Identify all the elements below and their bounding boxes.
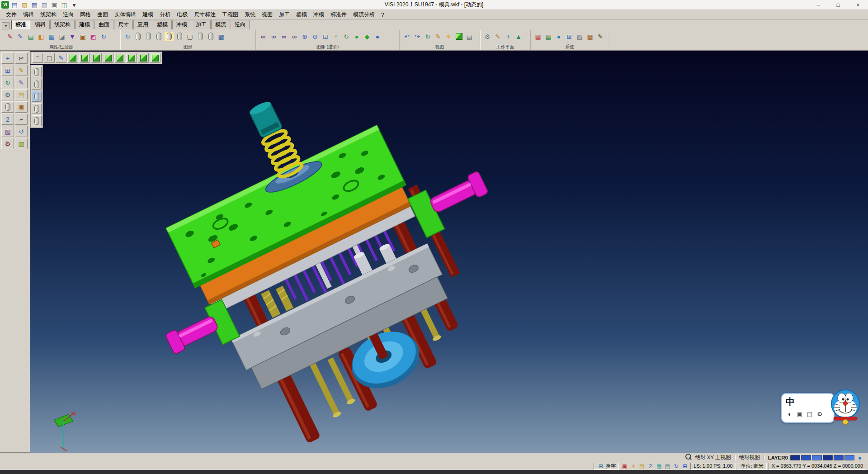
status-view-label[interactable]: 绝对 XY 上视图 bbox=[695, 454, 731, 461]
menu-item-曲面[interactable]: 曲面 bbox=[94, 10, 111, 19]
graphics-settings-icon[interactable]: ▩ bbox=[217, 32, 226, 41]
trim-scissors-icon[interactable]: ✂ bbox=[15, 52, 28, 64]
tab-尺寸[interactable]: 尺寸 bbox=[114, 20, 133, 29]
menu-item-?[interactable]: ? bbox=[378, 11, 387, 19]
solid-box-icon[interactable]: ▧ bbox=[1, 126, 14, 137]
rotate-tool-icon[interactable]: ↻ bbox=[1, 77, 14, 88]
doc-status-icon[interactable]: ▤ bbox=[664, 463, 671, 470]
new-graphics-window-icon[interactable]: ▢ bbox=[185, 32, 194, 41]
frame-corner-icon[interactable]: ⌐ bbox=[15, 114, 28, 125]
snap-toggle[interactable]: ⊞ 拴牢 bbox=[594, 463, 619, 470]
tab-应用[interactable]: 应用 bbox=[133, 20, 152, 29]
view-stereo-1-icon[interactable]: ∞ bbox=[259, 32, 268, 41]
dynamic-view-icon[interactable]: ↻ bbox=[423, 32, 432, 41]
tab-冲模[interactable]: 冲模 bbox=[172, 20, 191, 29]
color-table-icon[interactable]: ▦ bbox=[533, 32, 542, 41]
display-filter-2-icon[interactable] bbox=[32, 79, 42, 90]
zoom-in-icon[interactable]: ⊕ bbox=[300, 32, 309, 41]
mask-filter-icon[interactable]: ▣ bbox=[78, 32, 87, 41]
status-units[interactable]: 单位: 毫米 bbox=[738, 463, 767, 470]
view-new-page-icon[interactable]: ▢ bbox=[44, 53, 55, 63]
zoom-window-icon[interactable]: ⊡ bbox=[321, 32, 330, 41]
iso-view-se-icon[interactable] bbox=[150, 53, 160, 63]
layer-filter-icon[interactable]: ▦ bbox=[47, 32, 56, 41]
tab-标准[interactable]: 标准 bbox=[11, 20, 30, 29]
display-filter-5-icon[interactable] bbox=[32, 115, 42, 126]
menu-item-标准件[interactable]: 标准件 bbox=[327, 10, 350, 19]
reset-filter-icon[interactable]: ↻ bbox=[99, 32, 108, 41]
pan-view-icon[interactable]: + bbox=[331, 32, 340, 41]
ime-widget[interactable]: 中 ◐▣▤⚙ bbox=[781, 389, 863, 428]
view-number-2-icon[interactable]: 2 bbox=[1, 114, 14, 125]
tab-塑模[interactable]: 塑模 bbox=[153, 20, 172, 29]
settings-gear-icon[interactable]: ⚙ bbox=[1, 89, 14, 100]
ime-shape-icon[interactable]: ▣ bbox=[796, 410, 804, 418]
model-3d-view[interactable] bbox=[30, 51, 868, 453]
view-stereo-2-icon[interactable]: ∞ bbox=[269, 32, 278, 41]
workplane-wizard-icon[interactable]: ⚙ bbox=[483, 32, 492, 41]
menu-item-视图[interactable]: 视图 bbox=[259, 10, 276, 19]
clipboard-tool-icon[interactable]: ▣ bbox=[15, 101, 28, 113]
maximize-button-icon[interactable]: □ bbox=[828, 0, 848, 10]
attribute-painter-icon[interactable]: ✎ bbox=[16, 32, 25, 41]
view-list-menu-icon[interactable]: ≡ bbox=[32, 53, 43, 63]
graphics-buffer-5-icon[interactable] bbox=[175, 32, 184, 41]
grid-settings-icon[interactable]: ▦ bbox=[544, 32, 553, 41]
graphics-buffer-3-icon[interactable] bbox=[154, 32, 163, 41]
system-edit-icon[interactable]: ✎ bbox=[596, 32, 605, 41]
workplane-align-icon[interactable]: + bbox=[504, 32, 513, 41]
iso-view-sw-icon[interactable] bbox=[138, 53, 149, 63]
shaded-mode-icon[interactable]: ● bbox=[352, 32, 361, 41]
world-indicator-icon[interactable]: ● bbox=[855, 453, 864, 462]
rotate-view-icon[interactable]: ↻ bbox=[342, 32, 351, 41]
layer-color-2-icon[interactable] bbox=[801, 455, 811, 460]
menu-item-网格[interactable]: 网格 bbox=[77, 10, 94, 19]
menu-item-文件[interactable]: 文件 bbox=[3, 10, 20, 19]
menu-item-逆向[interactable]: 逆向 bbox=[60, 10, 77, 19]
menu-item-工程图[interactable]: 工程图 bbox=[219, 10, 241, 19]
menu-item-塑模[interactable]: 塑模 bbox=[293, 10, 310, 19]
menu-item-加工[interactable]: 加工 bbox=[276, 10, 293, 19]
build-tool-icon[interactable]: ⚙ bbox=[1, 138, 14, 149]
graphics-buffer-6-icon[interactable] bbox=[196, 32, 205, 41]
view-edit-icon[interactable]: ✎ bbox=[56, 53, 66, 63]
minimize-button-icon[interactable]: – bbox=[808, 0, 828, 10]
status-view-mode[interactable]: 绝对视图 bbox=[739, 454, 760, 461]
iso-view-bottom-icon[interactable] bbox=[126, 53, 137, 63]
buffer-capsule-icon[interactable] bbox=[1, 101, 14, 113]
ime-keyboard-icon[interactable]: ▤ bbox=[806, 410, 814, 418]
refresh-status-icon[interactable]: ↻ bbox=[672, 463, 680, 470]
hidden-line-mode-icon[interactable]: ● bbox=[373, 32, 382, 41]
new-document-icon[interactable]: ▤ bbox=[10, 0, 19, 9]
tab-逆向[interactable]: 逆向 bbox=[231, 20, 250, 29]
notes-page-icon[interactable]: ▤ bbox=[15, 89, 28, 100]
status-scales[interactable]: LS: 1.00 PS: 1.00 bbox=[690, 463, 736, 470]
world-globe-icon[interactable]: ● bbox=[554, 32, 563, 41]
layer-color-3-icon[interactable] bbox=[812, 455, 822, 460]
graphics-buffer-2-icon[interactable] bbox=[144, 32, 153, 41]
menu-item-尺寸标注[interactable]: 尺寸标注 bbox=[191, 10, 219, 19]
type-filter-icon[interactable]: ◪ bbox=[57, 32, 66, 41]
iso-view-back-icon[interactable] bbox=[114, 53, 125, 63]
undo-history-icon[interactable]: ↺ bbox=[15, 126, 28, 137]
graphics-buffer-4-icon[interactable] bbox=[165, 32, 174, 41]
snap-grid-icon[interactable]: ⊞ bbox=[597, 463, 604, 470]
menu-item-线架构[interactable]: 线架构 bbox=[37, 10, 60, 19]
grid-status-icon[interactable]: ⊞ bbox=[681, 463, 689, 470]
burst-toggle-icon[interactable]: ✳ bbox=[629, 463, 637, 470]
tab-曲面[interactable]: 曲面 bbox=[94, 20, 113, 29]
print-icon[interactable]: ▣ bbox=[50, 0, 59, 9]
menu-item-实体编辑[interactable]: 实体编辑 bbox=[111, 10, 139, 19]
teal-grid-icon[interactable]: ▦ bbox=[655, 463, 663, 470]
status-layer-name[interactable]: LAYER0 bbox=[768, 455, 788, 460]
tab-overflow-icon[interactable]: ▾ bbox=[2, 22, 10, 29]
pick-tool-icon[interactable]: + bbox=[1, 52, 14, 64]
menu-item-电极[interactable]: 电极 bbox=[174, 10, 191, 19]
edit-attributes-icon[interactable]: ✎ bbox=[5, 32, 14, 41]
entity-info-icon[interactable]: ▤ bbox=[26, 32, 35, 41]
hatch-pattern-icon[interactable]: ▨ bbox=[575, 32, 584, 41]
screen-capture-icon[interactable]: ◫ bbox=[60, 0, 69, 9]
previous-view-icon[interactable]: ↶ bbox=[402, 32, 411, 41]
menu-item-系统[interactable]: 系统 bbox=[241, 10, 259, 19]
tab-模流[interactable]: 模流 bbox=[211, 20, 230, 29]
